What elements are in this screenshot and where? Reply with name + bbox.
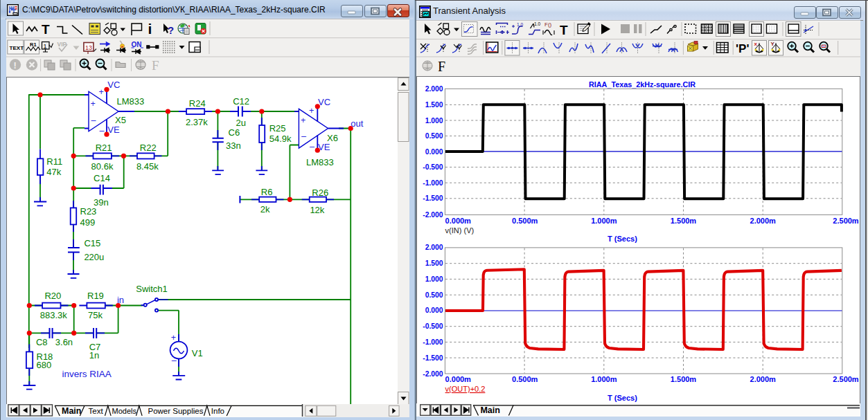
svg-text:C8: C8	[36, 337, 48, 347]
svg-text:-2.000: -2.000	[423, 370, 443, 378]
svg-text:R21: R21	[96, 143, 112, 153]
svg-text:R25: R25	[269, 123, 286, 134]
svg-text:499: 499	[80, 217, 96, 228]
svg-text:-1.500: -1.500	[423, 354, 443, 362]
svg-text:-1.000: -1.000	[423, 338, 443, 346]
svg-text:Main: Main	[62, 406, 81, 416]
svg-text:invers RIAA: invers RIAA	[62, 369, 112, 379]
svg-text:1.000m: 1.000m	[591, 375, 617, 383]
svg-text:T: T	[42, 22, 50, 37]
svg-text:-0.500: -0.500	[423, 322, 443, 330]
svg-text:Models: Models	[112, 407, 137, 415]
svg-text:2.37k: 2.37k	[186, 117, 208, 127]
svg-text:out: out	[351, 118, 363, 129]
svg-text:F: F	[152, 58, 159, 73]
svg-text:R24: R24	[189, 98, 206, 109]
svg-text:12k: 12k	[310, 205, 324, 215]
svg-text:47k: 47k	[46, 167, 61, 177]
svg-text:R26: R26	[312, 188, 328, 198]
svg-text:RIAA_Texas_2kHz-square.CIR: RIAA_Texas_2kHz-square.CIR	[589, 80, 696, 89]
svg-text:VE: VE	[107, 125, 120, 135]
svg-text:v(OUT)+0.2: v(OUT)+0.2	[445, 385, 486, 393]
svg-text:V1: V1	[192, 348, 203, 358]
svg-text:Switch1: Switch1	[136, 284, 168, 294]
svg-text:ON: ON	[132, 41, 142, 48]
svg-text:R1: R1	[30, 42, 37, 48]
svg-text:2.000: 2.000	[425, 85, 443, 93]
svg-text:1n: 1n	[89, 350, 99, 360]
svg-text:T (Secs): T (Secs)	[608, 235, 637, 243]
svg-text:v(IN) (V): v(IN) (V)	[445, 226, 475, 235]
svg-text:Info: Info	[211, 407, 224, 415]
svg-text:–: –	[301, 131, 306, 141]
svg-text:2.000: 2.000	[425, 244, 443, 251]
svg-text:2.000m: 2.000m	[750, 375, 777, 383]
svg-text:in: in	[117, 295, 124, 305]
svg-text:T (Secs): T (Secs)	[608, 394, 637, 402]
svg-text:1.500: 1.500	[425, 259, 443, 267]
svg-text:1.500m: 1.500m	[671, 217, 697, 225]
svg-text:TEXT: TEXT	[10, 45, 24, 51]
svg-text:0.500m: 0.500m	[512, 217, 538, 225]
svg-text:2k: 2k	[260, 204, 270, 214]
svg-text:1.0: 1.0	[534, 21, 540, 26]
svg-text:VC: VC	[107, 80, 120, 90]
svg-text:0.000m: 0.000m	[445, 375, 472, 383]
svg-text:R6: R6	[261, 187, 273, 197]
svg-text:C15: C15	[84, 238, 100, 248]
svg-text:+: +	[171, 333, 176, 343]
svg-text:220u: 220u	[84, 252, 104, 262]
svg-text:8.45k: 8.45k	[136, 161, 159, 172]
svg-text:?: ?	[168, 24, 174, 36]
svg-text:+: +	[309, 106, 314, 116]
svg-text:1.0: 1.0	[517, 22, 523, 27]
svg-text:VE: VE	[318, 142, 330, 152]
svg-text:Text: Text	[89, 407, 104, 415]
svg-text:883.3k: 883.3k	[40, 310, 68, 320]
svg-text:75k: 75k	[88, 310, 103, 320]
svg-text:–: –	[100, 126, 105, 136]
svg-text:R19: R19	[87, 291, 104, 301]
svg-text:i: i	[148, 21, 152, 37]
svg-text:'P': 'P'	[736, 42, 749, 55]
svg-text:1.000: 1.000	[425, 275, 443, 283]
svg-text:33n: 33n	[226, 140, 241, 151]
svg-text:1.000m: 1.000m	[591, 217, 617, 225]
svg-text:–: –	[91, 116, 96, 125]
svg-text:R11: R11	[46, 156, 62, 167]
svg-text:C12: C12	[233, 96, 249, 107]
svg-text:LM833: LM833	[306, 157, 334, 167]
svg-text:Power Supplies: Power Supplies	[148, 407, 204, 415]
svg-text:VC: VC	[318, 97, 330, 107]
svg-text:0.000: 0.000	[425, 148, 443, 156]
svg-text:2.500m: 2.500m	[833, 375, 859, 383]
svg-text:–: –	[310, 142, 315, 152]
svg-text:0.000: 0.000	[425, 307, 443, 314]
svg-text:54.9k: 54.9k	[269, 134, 292, 144]
svg-text:13: 13	[85, 44, 92, 51]
svg-text:+: +	[99, 87, 104, 97]
svg-text:–: –	[172, 356, 177, 365]
svg-text:F(): F()	[544, 21, 552, 28]
svg-text:+: +	[301, 116, 305, 125]
svg-text:1.500: 1.500	[425, 101, 443, 109]
svg-text:R22: R22	[140, 143, 157, 153]
svg-text:Main: Main	[480, 405, 499, 415]
svg-text:-1.500: -1.500	[423, 194, 443, 202]
svg-text:1.500m: 1.500m	[671, 375, 697, 383]
svg-text:T: T	[560, 23, 568, 37]
svg-text:2.000m: 2.000m	[750, 217, 777, 225]
svg-text:+: +	[91, 99, 96, 109]
svg-text:2u: 2u	[236, 118, 246, 128]
svg-text:0.000m: 0.000m	[445, 217, 472, 225]
svg-text:1.000: 1.000	[425, 117, 443, 125]
svg-text:C14: C14	[94, 173, 110, 183]
svg-text:F: F	[438, 59, 445, 74]
svg-text:!: !	[14, 60, 17, 71]
svg-text:0.500: 0.500	[425, 291, 443, 299]
svg-text:-1.000: -1.000	[423, 179, 443, 187]
svg-text:2.500m: 2.500m	[833, 217, 859, 225]
svg-text:1: 1	[44, 43, 47, 50]
svg-text:x: x	[754, 41, 758, 47]
svg-text:80.6k: 80.6k	[91, 161, 114, 172]
